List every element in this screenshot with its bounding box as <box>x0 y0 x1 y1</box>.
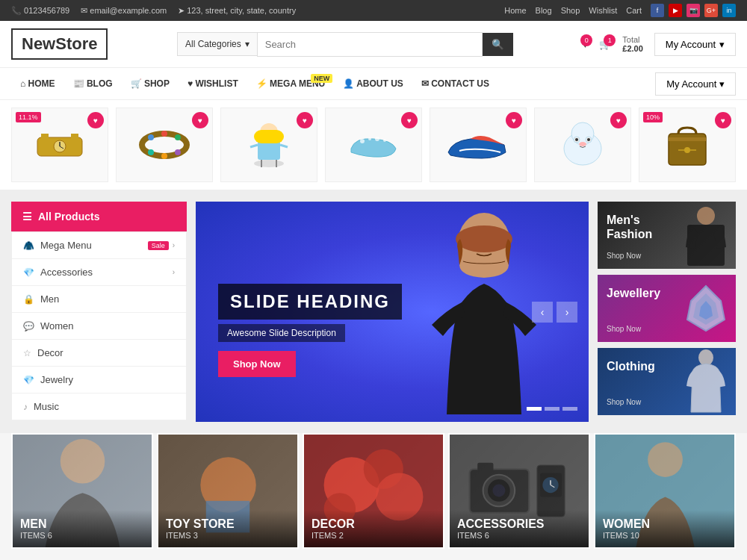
svg-point-21 <box>360 139 365 143</box>
logo[interactable]: NewStore <box>11 28 108 60</box>
cat-men-overlay: MEN ITEMS 6 <box>13 510 152 547</box>
sidebar-item-men[interactable]: 🔒 Men <box>12 286 186 313</box>
sale-badge: Sale <box>148 241 169 250</box>
nav-my-account-button[interactable]: My Account ▾ <box>655 72 736 96</box>
nav-shop[interactable]: 🛒 SHOP <box>122 68 179 99</box>
banner-mens-fashion[interactable]: Men'sFashion Shop Now <box>598 202 736 269</box>
sidebar-item-decor[interactable]: ☆ Decor <box>12 340 186 367</box>
svg-line-19 <box>250 145 258 147</box>
category-accessories[interactable]: ACCESSORIES ITEMS 6 <box>448 433 590 549</box>
email-info: ✉ email@example.com <box>81 6 167 16</box>
svg-line-20 <box>280 145 288 147</box>
svg-rect-1 <box>41 134 49 140</box>
wishlist-heart-icon[interactable]: ♥ <box>401 112 418 128</box>
product-item[interactable]: 11.1% ♥ <box>11 108 108 182</box>
svg-point-30 <box>587 138 590 141</box>
sidebar-item-women[interactable]: 💬 Women <box>12 313 186 340</box>
discount-badge: 11.1% <box>16 112 41 122</box>
svg-point-45 <box>61 439 105 484</box>
sidebar-item-accessories[interactable]: 💎 Accessories › <box>12 259 186 286</box>
googleplus-icon[interactable]: G+ <box>704 4 718 17</box>
social-icons: f ▶ 📷 G+ in <box>651 4 736 17</box>
nav-wishlist[interactable]: ♥ WISHLIST <box>179 68 247 99</box>
sidebar-header: ☰ All Products <box>11 202 187 231</box>
nav-mega-menu[interactable]: ⚡ MEGA MENU NEW <box>247 68 335 99</box>
product-image <box>444 117 512 173</box>
product-item[interactable]: ♥ <box>325 108 422 182</box>
music-icon: ♪ <box>23 402 28 412</box>
top-bar: 📞 0123456789 ✉ email@example.com ➤ 123, … <box>0 0 747 21</box>
product-item[interactable]: ♥ <box>116 108 213 182</box>
product-image <box>340 117 407 173</box>
youtube-icon[interactable]: ▶ <box>669 4 682 17</box>
product-image <box>26 117 93 173</box>
product-item[interactable]: 10% ♥ <box>639 108 736 182</box>
category-men[interactable]: MEN ITEMS 6 <box>11 433 153 549</box>
svg-point-37 <box>456 225 512 252</box>
category-toy-store[interactable]: TOY STORE ITEMS 3 <box>157 433 299 549</box>
banner-jewellery-image <box>676 275 736 342</box>
wishlist-heart-icon[interactable]: ♥ <box>506 112 522 128</box>
sidebar-item-jewelry[interactable]: 💎 Jewelry <box>12 367 186 393</box>
sidebar-item-mega-menu[interactable]: 🧥 Mega Menu Sale › <box>12 232 186 259</box>
product-image <box>549 117 616 173</box>
cat-toy-title: TOY STORE <box>166 517 290 531</box>
wishlist-heart-icon[interactable]: ♥ <box>297 112 313 128</box>
topbar-cart-link[interactable]: Cart <box>626 6 642 15</box>
wishlist-heart-icon[interactable]: ♥ <box>715 112 731 128</box>
product-image <box>654 117 721 173</box>
search-input[interactable] <box>257 32 483 57</box>
product-item[interactable]: ♥ <box>430 108 527 182</box>
wishlist-heart-icon[interactable]: ♥ <box>192 112 208 128</box>
sidebar-item-music[interactable]: ♪ Music <box>12 393 186 420</box>
discount-badge: 10% <box>643 112 663 122</box>
wishlist-button[interactable]: ♥ 0 <box>583 39 589 50</box>
banner-jewellery-shop: Shop Now <box>607 325 641 333</box>
svg-point-39 <box>697 207 715 225</box>
wishlist-heart-icon[interactable]: ♥ <box>87 112 104 128</box>
instagram-icon[interactable]: 📷 <box>686 4 700 17</box>
cat-men-title: MEN <box>20 517 144 531</box>
linkedin-icon[interactable]: in <box>722 4 736 17</box>
star-icon: ☆ <box>23 348 31 358</box>
banner-clothing[interactable]: Clothing Shop Now <box>598 348 736 415</box>
chevron-right-icon: › <box>173 241 175 249</box>
banner-mens-image <box>676 202 736 269</box>
topbar-wishlist-link[interactable]: Wishlist <box>589 6 617 15</box>
banner-jewellery[interactable]: Jewellery Shop Now <box>598 275 736 342</box>
slider-dot-1[interactable] <box>527 407 542 411</box>
slider-dot-3[interactable] <box>562 407 577 411</box>
svg-point-12 <box>148 149 154 155</box>
hero-slider: SLIDE HEADING Awesome Slide Description … <box>196 202 589 422</box>
cat-women-items: ITEMS 10 <box>603 531 727 540</box>
nav-about[interactable]: 👤 ABOUT US <box>334 68 412 99</box>
category-women[interactable]: WOMEN ITEMS 10 <box>594 433 736 549</box>
facebook-icon[interactable]: f <box>651 4 664 17</box>
nav-contact[interactable]: ✉ CONTACT US <box>412 68 498 99</box>
wishlist-heart-icon[interactable]: ♥ <box>610 112 627 128</box>
svg-rect-59 <box>477 463 493 471</box>
slider-next-button[interactable]: › <box>557 302 577 323</box>
gem-icon: 💎 <box>23 375 34 385</box>
product-item[interactable]: ♥ <box>220 108 317 182</box>
svg-point-13 <box>254 160 284 167</box>
my-account-button[interactable]: My Account ▾ <box>654 33 736 56</box>
product-item[interactable]: ♥ <box>534 108 631 182</box>
hero-shop-now-button[interactable]: Shop Now <box>218 351 296 377</box>
category-decor[interactable]: DECOR ITEMS 2 <box>303 433 444 549</box>
slider-prev-button[interactable]: ‹ <box>532 302 553 323</box>
search-button[interactable]: 🔍 <box>483 33 513 56</box>
topbar-home-link[interactable]: Home <box>504 6 526 15</box>
slider-dot-2[interactable] <box>545 407 560 411</box>
nav-home[interactable]: ⌂ HOME <box>11 68 64 99</box>
hero-description: Awesome Slide Description <box>218 324 345 342</box>
category-dropdown[interactable]: All Categories ▾ <box>177 32 257 56</box>
slider-dots <box>527 407 577 411</box>
cart-button[interactable]: 🛒 1 <box>599 39 611 50</box>
hero-content: SLIDE HEADING Awesome Slide Description … <box>218 284 402 377</box>
topbar-blog-link[interactable]: Blog <box>536 6 552 15</box>
svg-rect-18 <box>254 130 284 143</box>
nav-blog[interactable]: 📰 BLOG <box>64 68 122 99</box>
topbar-shop-link[interactable]: Shop <box>561 6 580 15</box>
svg-point-58 <box>492 484 505 497</box>
